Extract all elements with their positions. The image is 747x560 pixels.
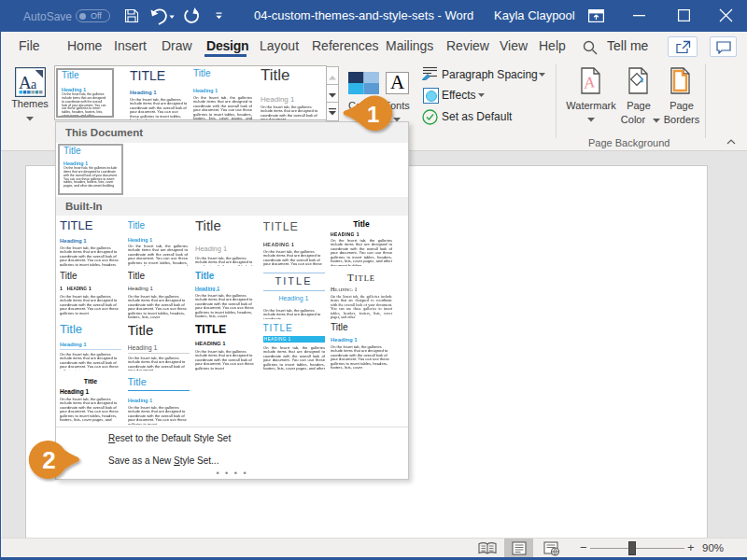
svg-text:A: A	[19, 73, 32, 92]
svg-text:2: 2	[42, 446, 55, 474]
svg-text:a: a	[31, 77, 37, 91]
svg-text:1: 1	[367, 102, 379, 127]
